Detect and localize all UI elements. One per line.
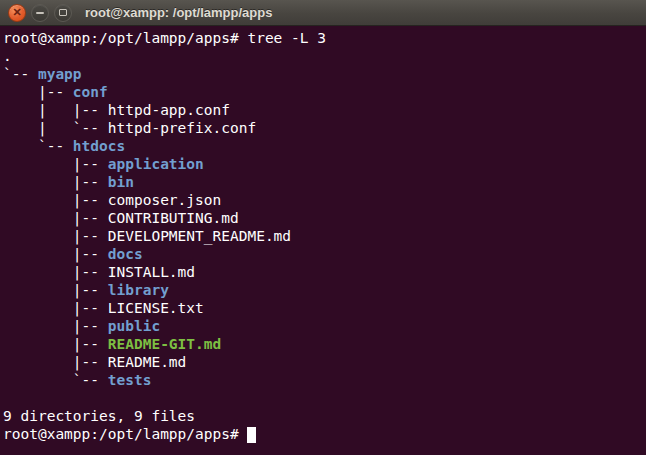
directory-name: tests [108, 372, 152, 388]
terminal-text: |-- README.md [3, 354, 186, 370]
terminal-line: . [3, 47, 642, 65]
terminal-cursor [247, 427, 256, 443]
terminal-text: root@xampp:/opt/lampp/apps# tree -L 3 [3, 30, 326, 46]
terminal-text: root@xampp:/opt/lampp/apps# [3, 426, 247, 442]
minimize-icon [36, 12, 44, 14]
terminal-text: |-- [3, 84, 73, 100]
terminal-line: | |-- httpd-app.conf [3, 101, 642, 119]
terminal-text: `-- [3, 138, 73, 154]
terminal-text: | `-- httpd-prefix.conf [3, 120, 256, 136]
terminal-line: |-- application [3, 155, 642, 173]
window-title: root@xampp: /opt/lampp/apps [85, 5, 272, 20]
terminal-text: | |-- httpd-app.conf [3, 102, 230, 118]
directory-name: public [108, 318, 160, 334]
terminal-line: |-- public [3, 317, 642, 335]
maximize-icon [59, 9, 67, 16]
terminal-line: |-- README-GIT.md [3, 335, 642, 353]
terminal-line: |-- LICENSE.txt [3, 299, 642, 317]
directory-name: docs [108, 246, 143, 262]
terminal-line: |-- INSTALL.md [3, 263, 642, 281]
terminal-line: |-- CONTRIBUTING.md [3, 209, 642, 227]
terminal-text: |-- DEVELOPMENT_README.md [3, 228, 291, 244]
terminal-line: root@xampp:/opt/lampp/apps# tree -L 3 [3, 29, 642, 47]
terminal-line: |-- README.md [3, 353, 642, 371]
terminal-line: |-- composer.json [3, 191, 642, 209]
close-button[interactable]: ✕ [8, 4, 26, 22]
terminal-window: ✕ root@xampp: /opt/lampp/apps root@xampp… [0, 0, 646, 455]
terminal-line: |-- library [3, 281, 642, 299]
minimize-button[interactable] [31, 4, 49, 22]
terminal-line: |-- conf [3, 83, 642, 101]
terminal-line: |-- docs [3, 245, 642, 263]
terminal-line: `-- htdocs [3, 137, 642, 155]
terminal-line [3, 389, 642, 407]
directory-name: myapp [38, 66, 82, 82]
terminal-line: 9 directories, 9 files [3, 407, 642, 425]
special-file-name: README-GIT.md [108, 336, 222, 352]
terminal-text: |-- INSTALL.md [3, 264, 195, 280]
terminal-line: root@xampp:/opt/lampp/apps# [3, 425, 642, 443]
terminal-text: |-- [3, 336, 108, 352]
terminal-text: |-- [3, 318, 108, 334]
maximize-button[interactable] [54, 4, 72, 22]
terminal-line: `-- myapp [3, 65, 642, 83]
terminal-text: |-- [3, 246, 108, 262]
terminal-text: `-- [3, 66, 38, 82]
terminal-line: `-- tests [3, 371, 642, 389]
directory-name: library [108, 282, 169, 298]
terminal-text: `-- [3, 372, 108, 388]
terminal-text: 9 directories, 9 files [3, 408, 195, 424]
directory-name: application [108, 156, 204, 172]
directory-name: htdocs [73, 138, 125, 154]
terminal-text: . [3, 48, 12, 64]
terminal-text: |-- CONTRIBUTING.md [3, 210, 239, 226]
terminal-line: | `-- httpd-prefix.conf [3, 119, 642, 137]
directory-name: bin [108, 174, 134, 190]
terminal-text: |-- [3, 156, 108, 172]
terminal-screen[interactable]: root@xampp:/opt/lampp/apps# tree -L 3.`-… [0, 26, 646, 455]
terminal-text: |-- [3, 174, 108, 190]
terminal-line: |-- bin [3, 173, 642, 191]
directory-name: conf [73, 84, 108, 100]
terminal-line: |-- DEVELOPMENT_README.md [3, 227, 642, 245]
terminal-text: |-- LICENSE.txt [3, 300, 204, 316]
terminal-text: |-- [3, 282, 108, 298]
titlebar[interactable]: ✕ root@xampp: /opt/lampp/apps [0, 0, 646, 26]
terminal-text: |-- composer.json [3, 192, 221, 208]
close-icon: ✕ [12, 7, 21, 18]
